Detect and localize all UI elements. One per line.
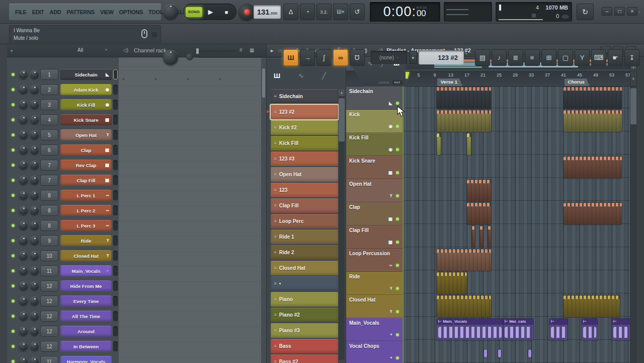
track-header[interactable]: Sidechain ◣ — [346, 87, 403, 110]
channel-group-button[interactable]: 2 — [40, 84, 58, 95]
channel-mute-indicator[interactable] — [113, 326, 118, 336]
track-header[interactable]: Ride Ŧ — [346, 272, 403, 295]
channel-group-button[interactable]: 7 — [40, 175, 58, 186]
channel-pan-knob[interactable] — [19, 130, 28, 139]
pattern-clip[interactable] — [488, 226, 491, 248]
channel-volume-knob[interactable] — [30, 176, 39, 184]
channel-mute-indicator[interactable] — [113, 130, 118, 140]
channel-mute-indicator[interactable] — [113, 221, 118, 231]
pattern-clip[interactable]: Mai_cals — [503, 319, 533, 340]
playlist-scrollbar-thumb[interactable] — [630, 88, 636, 124]
channel-enable-led[interactable] — [12, 118, 15, 121]
channel-volume-knob[interactable] — [30, 85, 39, 94]
channel-enable-led[interactable] — [12, 239, 15, 242]
pattern-clip[interactable]: Main_Vocals — [437, 319, 503, 340]
channel-pan-knob[interactable] — [19, 236, 28, 245]
track-header[interactable]: Kick Snare ▦ — [346, 156, 403, 179]
pattern-item[interactable]: ▶ ≡ 123 — [271, 183, 338, 197]
channel-mute-indicator[interactable] — [113, 311, 118, 321]
channel-enable-led[interactable] — [12, 73, 15, 76]
plugin-picker-button[interactable]: Y — [575, 49, 590, 66]
channel-button[interactable]: L Perc 1 ∞ — [60, 190, 112, 201]
pattern-clip[interactable] — [437, 249, 491, 271]
rack-scrollbar-thumb[interactable] — [262, 68, 265, 98]
channel-pan-knob[interactable] — [19, 357, 28, 363]
channel-enable-led[interactable] — [12, 300, 15, 303]
patterns-tab[interactable]: Ш — [274, 72, 280, 80]
playlist-button[interactable]: ▤ — [475, 49, 490, 66]
menu-item[interactable]: OPTIONS — [119, 9, 143, 15]
channel-enable-led[interactable] — [12, 330, 15, 333]
pattern-clip[interactable] — [564, 296, 620, 317]
pattern-clip[interactable] — [582, 319, 598, 340]
pattern-clip[interactable] — [564, 157, 622, 178]
menu-item[interactable]: PATTERNS — [66, 9, 94, 15]
touch-button[interactable]: ☛ — [608, 49, 623, 66]
channel-mute-indicator[interactable] — [113, 251, 118, 261]
pattern-item[interactable]: ▶ ≡ 123 #2 — [271, 105, 338, 119]
channel-pan-knob[interactable] — [19, 70, 28, 79]
automation-tab[interactable]: ╱ — [322, 72, 326, 80]
track-enable-led[interactable] — [396, 264, 399, 267]
rack-zoom-thumb[interactable] — [196, 48, 199, 54]
playlist-grid[interactable]: Main_Vocals Mai_cals — [403, 87, 630, 363]
mode-label[interactable]: PAT — [392, 81, 403, 85]
song-mode-switch[interactable]: SONG — [186, 7, 202, 17]
track-header[interactable]: Kick Fill ◉ — [346, 133, 403, 156]
time-display[interactable]: 0:00: M:S:CS 00 — [370, 2, 440, 22]
channel-mute-indicator[interactable] — [113, 236, 118, 246]
menu-item[interactable]: FILE — [15, 9, 27, 15]
channel-pan-knob[interactable] — [19, 100, 28, 109]
track-enable-led[interactable] — [396, 310, 399, 313]
rack-menu-arrow[interactable]: ▸ — [11, 48, 13, 53]
channel-group-button[interactable]: 12 — [40, 280, 58, 292]
channel-mute-indicator[interactable] — [113, 266, 118, 276]
track-enable-led[interactable] — [396, 356, 399, 359]
channel-button[interactable]: Hide From Me — [60, 280, 112, 292]
pattern-clip[interactable] — [472, 226, 475, 248]
keyboard-editor-icon[interactable]: ▦ — [250, 47, 254, 53]
channel-pan-knob[interactable] — [19, 191, 28, 199]
channel-pan-knob[interactable] — [19, 342, 28, 350]
channel-button[interactable]: Every Time — [60, 296, 112, 307]
song-marker[interactable]: Chorus — [565, 79, 590, 86]
channel-volume-knob[interactable] — [30, 327, 39, 335]
track-enable-led[interactable] — [396, 102, 399, 105]
channel-pan-knob[interactable] — [19, 221, 28, 230]
channel-pan-knob[interactable] — [19, 312, 28, 320]
channel-rack-button[interactable]: ≣ — [508, 49, 523, 66]
next-empty-pattern-button[interactable]: → — [300, 49, 315, 66]
channel-enable-led[interactable] — [12, 149, 15, 152]
pattern-clip[interactable] — [564, 203, 622, 225]
stop-button[interactable]: ■ — [219, 6, 234, 19]
channel-enable-led[interactable] — [12, 194, 15, 197]
main-volume-knob[interactable] — [163, 4, 178, 19]
minimize-button[interactable]: – — [602, 7, 612, 16]
track-header[interactable]: Kick ◉ — [346, 110, 403, 133]
channel-button[interactable]: Rev Clap ▦ — [60, 160, 112, 171]
channel-volume-knob[interactable] — [30, 312, 39, 320]
channel-mute-indicator[interactable] — [113, 69, 118, 80]
track-header[interactable]: Open Hat Ŧ — [346, 179, 403, 202]
playlist-scrollbar[interactable] — [630, 87, 637, 363]
channel-pan-knob[interactable] — [19, 115, 28, 124]
mode-label[interactable]: CHAIN — [379, 81, 389, 84]
play-button[interactable]: ▶ — [203, 6, 218, 19]
pattern-stepper[interactable]: + — [465, 51, 467, 56]
track-header[interactable]: Main_Vocals + — [346, 318, 403, 341]
channel-enable-led[interactable] — [12, 269, 15, 272]
channel-button[interactable]: Adam Kick ◉ — [60, 84, 112, 95]
rack-zoom-slider[interactable] — [193, 50, 235, 52]
typing-keyboard-button[interactable]: ⌨ — [591, 49, 606, 66]
channel-group-button[interactable]: 6 — [40, 144, 58, 156]
channel-group-button[interactable]: 12 — [40, 341, 58, 352]
record-button[interactable] — [238, 4, 255, 20]
pattern-item[interactable]: ▶ ≡ Bass — [271, 339, 338, 353]
track-enable-led[interactable] — [396, 241, 399, 244]
channel-enable-led[interactable] — [12, 360, 15, 363]
pattern-item[interactable]: ▶ ≡ Closed Hat — [271, 261, 338, 275]
channel-button[interactable]: Main_Vocals ♂ — [60, 265, 112, 276]
channel-pan-knob[interactable] — [19, 206, 28, 214]
pattern-item[interactable]: ▶ ≡ Open Hat — [271, 167, 338, 182]
channel-pan-knob[interactable] — [19, 327, 28, 335]
